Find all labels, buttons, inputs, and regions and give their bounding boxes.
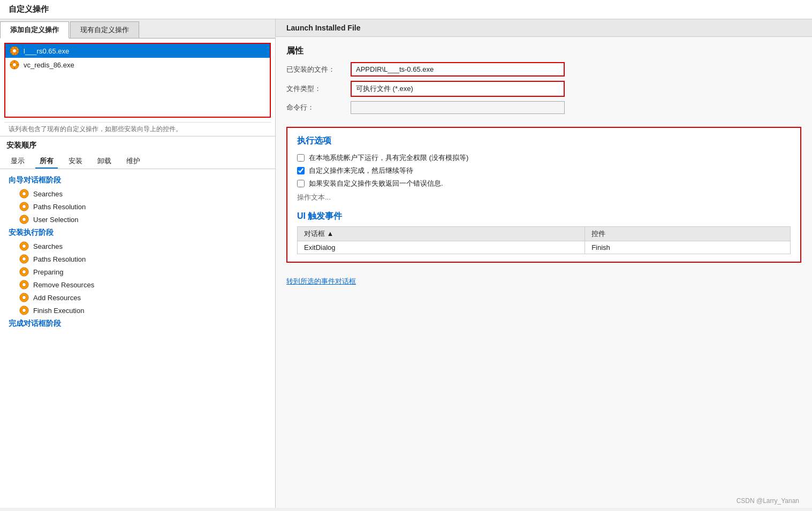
checkbox-return-error-input[interactable] <box>297 180 305 187</box>
field-value-file-type[interactable]: 可执行文件 (*.exe) <box>351 81 565 97</box>
tree-item-label: User Selection <box>33 216 79 224</box>
tree-item-label: Searches <box>33 190 63 198</box>
gear-icon-searches-wizard <box>19 189 29 199</box>
svg-point-23 <box>22 244 26 248</box>
checkbox-return-error: 如果安装自定义操作失败返回一个错误信息. <box>297 179 791 188</box>
checkbox-return-error-label: 如果安装自定义操作失败返回一个错误信息. <box>309 179 443 188</box>
list-item[interactable]: l___rs0.65.exe <box>5 44 270 58</box>
tree-section-install-exec[interactable]: 安装执行阶段 <box>0 226 275 240</box>
gear-icon-preparing <box>19 267 29 277</box>
exec-title: 执行选项 <box>297 135 791 147</box>
svg-point-25 <box>22 257 26 261</box>
tree-item-finish-execution[interactable]: Finish Execution <box>0 304 275 317</box>
events-table-header-dialog: 对话框 ▲ <box>298 227 585 241</box>
checkbox-wait-after-complete: 自定义操作来完成，然后继续等待 <box>297 166 791 176</box>
list-item[interactable]: vc_redis_86.exe <box>5 58 270 72</box>
right-header: Launch Installed File <box>276 19 812 37</box>
sequence-tabs: 显示 所有 安装 卸载 维护 <box>0 152 275 169</box>
left-panel: 添加自定义操作 现有自定义操作 l___rs0.65.exe <box>0 19 276 508</box>
tree-item-add-resources[interactable]: Add Resources <box>0 291 275 304</box>
list-item-label-1: l___rs0.65.exe <box>24 47 69 55</box>
seq-tab-all[interactable]: 所有 <box>35 155 58 169</box>
custom-actions-list: l___rs0.65.exe vc_redis_86.exe <box>4 43 271 118</box>
svg-rect-2 <box>14 47 15 49</box>
tree-section-finish-dialog[interactable]: 完成对话框阶段 <box>0 317 275 331</box>
install-sequence-title: 安装顺序 <box>0 136 275 152</box>
field-label-command-line: 命令行： <box>286 103 351 112</box>
field-value-command-line[interactable] <box>351 101 565 114</box>
events-table-row[interactable]: ExitDialog Finish <box>298 241 791 254</box>
tree-item-user-selection[interactable]: User Selection <box>0 213 275 226</box>
ops-text[interactable]: 操作文本... <box>297 193 791 202</box>
bottom-credit: CSDN @Larry_Yanan <box>737 497 799 505</box>
tree-item-paths-resolution-install[interactable]: Paths Resolution <box>0 253 275 265</box>
seq-tab-maintenance[interactable]: 维护 <box>122 155 145 169</box>
svg-point-11 <box>12 63 16 66</box>
tree-section-wizard[interactable]: 向导对话框阶段 <box>0 173 275 187</box>
svg-point-19 <box>22 204 26 208</box>
gear-icon-remove-resources <box>19 280 29 289</box>
checkbox-run-as-local: 在本地系统帐户下运行，具有完全权限 (没有模拟等) <box>297 153 791 163</box>
field-row-command-line: 命令行： <box>286 101 801 114</box>
checkbox-run-as-local-input[interactable] <box>297 154 305 162</box>
svg-point-1 <box>12 49 16 52</box>
svg-point-17 <box>22 192 26 195</box>
checkbox-wait-after-complete-label: 自定义操作来完成，然后继续等待 <box>309 166 413 176</box>
tree-item-searches-wizard[interactable]: Searches <box>0 187 275 200</box>
svg-rect-14 <box>10 64 12 65</box>
field-label-file-type: 文件类型： <box>286 84 351 94</box>
seq-tab-show[interactable]: 显示 <box>6 155 29 169</box>
svg-rect-12 <box>14 60 15 63</box>
events-table-header-control: 控件 <box>585 227 791 241</box>
gear-icon-paths-resolution-install <box>19 254 29 264</box>
gear-icon-searches-install <box>19 241 29 251</box>
tree-item-remove-resources[interactable]: Remove Resources <box>0 278 275 291</box>
svg-rect-15 <box>17 64 19 65</box>
svg-rect-3 <box>14 54 15 56</box>
tree-item-label: Remove Resources <box>33 281 94 289</box>
field-row-installed-file: 已安装的文件： APPDIR\L___ts-0.65.exe <box>286 62 801 77</box>
svg-rect-13 <box>14 67 15 70</box>
right-panel: Launch Installed File 属性 已安装的文件： APPDIR\… <box>276 19 812 508</box>
field-row-file-type: 文件类型： 可执行文件 (*.exe) <box>286 81 801 97</box>
tree-item-paths-resolution-wizard[interactable]: Paths Resolution <box>0 200 275 213</box>
tree-item-label: Preparing <box>33 268 63 276</box>
tree-item-label: Paths Resolution <box>33 203 86 211</box>
tree-item-label: Finish Execution <box>33 307 84 315</box>
svg-point-31 <box>22 295 26 299</box>
gear-icon-2 <box>10 60 19 70</box>
tabs-row: 添加自定义操作 现有自定义操作 <box>0 19 275 39</box>
svg-rect-5 <box>17 50 19 51</box>
attributes-section: 属性 已安装的文件： APPDIR\L___ts-0.65.exe 文件类型： … <box>286 45 801 118</box>
svg-point-21 <box>22 217 26 221</box>
tree-item-preparing[interactable]: Preparing <box>0 265 275 278</box>
tree-area: 向导对话框阶段 Searches Paths Resolution <box>0 169 275 508</box>
field-label-installed-file: 已安装的文件： <box>286 65 351 74</box>
list-note: 该列表包含了现有的自定义操作，如那些安装向导上的控件。 <box>4 122 271 136</box>
navigate-to-event-dialog-link[interactable]: 转到所选的事件对话框 <box>286 277 801 286</box>
main-layout: 添加自定义操作 现有自定义操作 l___rs0.65.exe <box>0 19 812 508</box>
seq-tab-uninstall[interactable]: 卸载 <box>93 155 116 169</box>
tab-existing-custom-action[interactable]: 现有自定义操作 <box>70 21 139 38</box>
tree-item-label: Paths Resolution <box>33 255 86 263</box>
tree-item-label: Add Resources <box>33 294 81 302</box>
svg-rect-4 <box>10 50 12 51</box>
title-text: 自定义操作 <box>9 4 49 14</box>
gear-icon-1 <box>10 46 19 56</box>
gear-icon-user-selection <box>19 215 29 224</box>
checkbox-run-as-local-label: 在本地系统帐户下运行，具有完全权限 (没有模拟等) <box>309 153 468 163</box>
tree-item-label: Searches <box>33 242 63 250</box>
gear-icon-paths-resolution-wizard <box>19 202 29 211</box>
svg-point-29 <box>22 283 26 286</box>
tree-item-searches-install[interactable]: Searches <box>0 240 275 253</box>
svg-point-33 <box>22 308 26 312</box>
tab-add-custom-action[interactable]: 添加自定义操作 <box>0 21 69 39</box>
checkbox-wait-after-complete-input[interactable] <box>297 167 305 174</box>
events-table-cell-control: Finish <box>585 241 791 254</box>
gear-icon-add-resources <box>19 293 29 302</box>
attributes-title: 属性 <box>286 45 801 57</box>
events-table-cell-dialog: ExitDialog <box>298 241 585 254</box>
field-value-installed-file[interactable]: APPDIR\L___ts-0.65.exe <box>351 62 565 77</box>
gear-icon-finish-execution <box>19 306 29 315</box>
seq-tab-install[interactable]: 安装 <box>64 155 87 169</box>
